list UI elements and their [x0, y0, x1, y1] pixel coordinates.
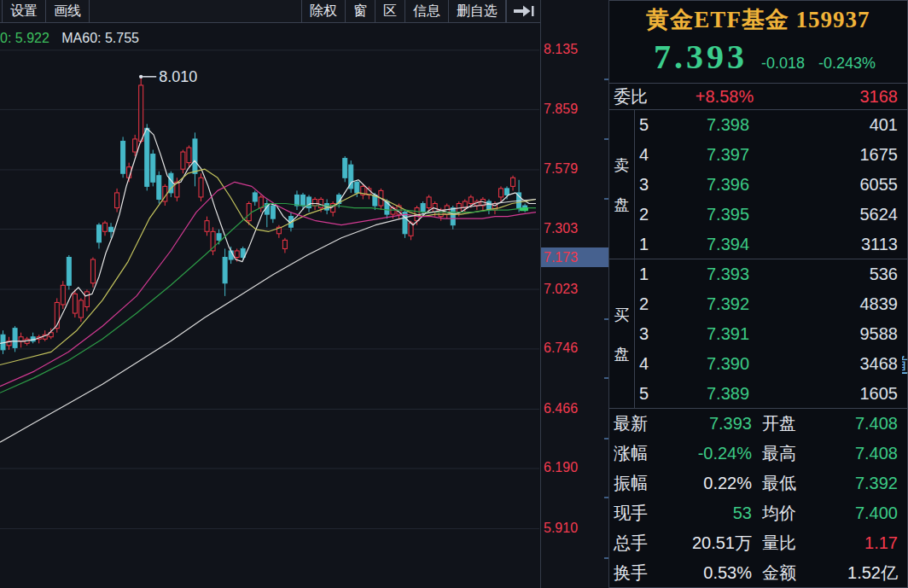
- stat-value-1: 20.51万: [661, 532, 752, 555]
- axis-minor-tick: [604, 557, 608, 559]
- volume: 536: [788, 265, 907, 284]
- stat-value-2: 7.392: [813, 474, 907, 493]
- buy-row-3[interactable]: 37.3919588: [635, 319, 907, 349]
- weibi-row: 委比 +8.58% 3168: [609, 83, 907, 110]
- chart-toolbar: 设置画线 除权窗区信息删自选: [0, 0, 540, 23]
- sell-queue-label: 卖盘: [609, 110, 635, 259]
- stat-label-1: 换手: [609, 562, 661, 585]
- stat-value-1: -0.24%: [661, 444, 752, 463]
- stat-label-1: 最新: [609, 412, 661, 435]
- candle-body: [294, 195, 299, 206]
- candle-body: [486, 201, 491, 210]
- axis-price-label: 7.303: [544, 219, 605, 238]
- collapse-panel-icon[interactable]: [506, 0, 540, 22]
- last-price: 7.393: [654, 37, 748, 77]
- ma-line-ma30: [0, 204, 536, 393]
- annotation-high-label: 8.010: [159, 68, 197, 85]
- sell-row-5[interactable]: 57.398401: [635, 110, 907, 140]
- volume: 3468: [788, 354, 907, 374]
- sell-row-4[interactable]: 47.3971675: [635, 140, 907, 170]
- buy-row-5[interactable]: 57.3891605: [635, 379, 907, 409]
- candle-body: [193, 139, 197, 173]
- stat-label-1: 现手: [609, 502, 661, 525]
- candle-body: [247, 204, 251, 221]
- stat-label-1: 总手: [609, 532, 661, 555]
- candle-body: [61, 285, 65, 305]
- price: 7.389: [668, 384, 788, 404]
- clipped-glyph: 道: [902, 352, 908, 376]
- toolbar-button-right-3[interactable]: 信息: [405, 0, 449, 22]
- buy-row-4[interactable]: 47.3903468: [635, 349, 907, 379]
- level: 4: [635, 354, 668, 374]
- weicha-value: 3168: [784, 87, 907, 107]
- stat-row-0: 最新7.393开盘7.408: [609, 409, 907, 439]
- price: 7.393: [668, 265, 788, 284]
- candle-body: [151, 154, 155, 183]
- volume: 1605: [788, 384, 907, 404]
- axis-minor-tick: [604, 497, 608, 498]
- toolbar-right-group: 除权窗区信息删自选: [300, 0, 506, 22]
- sell-row-3[interactable]: 37.3966055: [635, 170, 907, 200]
- buy-label-char: 买: [614, 305, 630, 325]
- candle-body: [319, 199, 323, 207]
- price-change: -0.018: [761, 55, 805, 73]
- price: 7.394: [668, 235, 788, 254]
- sell-row-1[interactable]: 17.3943113: [635, 230, 907, 259]
- axis-price-label: 6.466: [544, 399, 605, 418]
- sell-row-2[interactable]: 27.3955624: [635, 200, 907, 230]
- volume: 9588: [788, 324, 907, 344]
- app-window: 8.010 设置画线 除权窗区信息删自选 0: 5.922 MA60: 5.75…: [0, 0, 908, 588]
- clipped-window-fragment: 道: [902, 352, 908, 376]
- stat-row-1: 涨幅-0.24%最高7.408: [609, 439, 907, 469]
- toolbar-button-right-1[interactable]: 窗: [346, 0, 375, 22]
- candle-body: [451, 208, 455, 225]
- buy-queue: 买盘 17.39353627.392483937.391958847.39034…: [609, 259, 907, 409]
- toolbar-button-left-0[interactable]: 设置: [2, 0, 46, 22]
- toolbar-button-right-0[interactable]: 除权: [301, 0, 346, 22]
- stat-value-2: 1.52亿: [813, 562, 907, 585]
- candle-body: [217, 234, 221, 241]
- candle-body: [199, 178, 203, 197]
- ma-legend: 0: 5.922 MA60: 5.755: [0, 31, 139, 48]
- sell-queue: 卖盘 57.39840147.397167537.396605527.39556…: [609, 109, 907, 259]
- price: 7.398: [668, 115, 788, 135]
- axis-price-label: 8.135: [544, 40, 605, 59]
- candle-body: [121, 141, 125, 173]
- level: 1: [635, 265, 668, 284]
- candle-body: [157, 176, 161, 200]
- axis-minor-tick: [604, 79, 608, 80]
- toolbar-button-left-1[interactable]: 画线: [46, 0, 90, 22]
- toolbar-button-right-4[interactable]: 删自选: [449, 0, 506, 22]
- level: 5: [635, 384, 668, 404]
- buy-queue-label: 买盘: [609, 259, 635, 409]
- axis-price-label: 6.190: [544, 458, 605, 477]
- axis-price-label: 7.579: [544, 160, 605, 178]
- candle-body: [73, 294, 77, 313]
- buy-row-2[interactable]: 27.3924839: [635, 289, 907, 319]
- ma30-legend-label: 0: 5.922: [0, 31, 49, 45]
- candle-body: [115, 193, 119, 208]
- price: 7.395: [668, 205, 788, 224]
- quote-header: 黄金ETF基金 159937 7.393 -0.018 -0.243%: [609, 1, 907, 83]
- candle-body: [505, 189, 509, 195]
- stat-label-2: 最低: [752, 472, 813, 495]
- axis-price-label: 7.859: [544, 100, 605, 119]
- stat-value-2: 7.408: [813, 444, 907, 463]
- candle-body: [103, 223, 108, 231]
- stat-label-2: 开盘: [752, 412, 813, 435]
- candle-body: [355, 182, 359, 193]
- quote-panel: 黄金ETF基金 159937 7.393 -0.018 -0.243% 委比 +…: [608, 0, 908, 588]
- stat-value-1: 0.22%: [661, 474, 752, 493]
- toolbar-left-group: 设置画线: [0, 0, 90, 22]
- toolbar-button-right-2[interactable]: 区: [375, 0, 405, 22]
- buy-row-1[interactable]: 17.393536: [635, 259, 907, 289]
- axis-minor-tick: [604, 438, 608, 440]
- level: 2: [635, 294, 668, 314]
- weibi-value: +8.58%: [665, 87, 784, 107]
- stat-label-2: 最高: [752, 442, 813, 465]
- kline-chart[interactable]: 8.010: [0, 0, 540, 588]
- candle-body: [343, 159, 347, 178]
- stat-label-2: 均价: [752, 502, 813, 525]
- volume: 5624: [788, 205, 907, 224]
- candle-body: [109, 227, 114, 231]
